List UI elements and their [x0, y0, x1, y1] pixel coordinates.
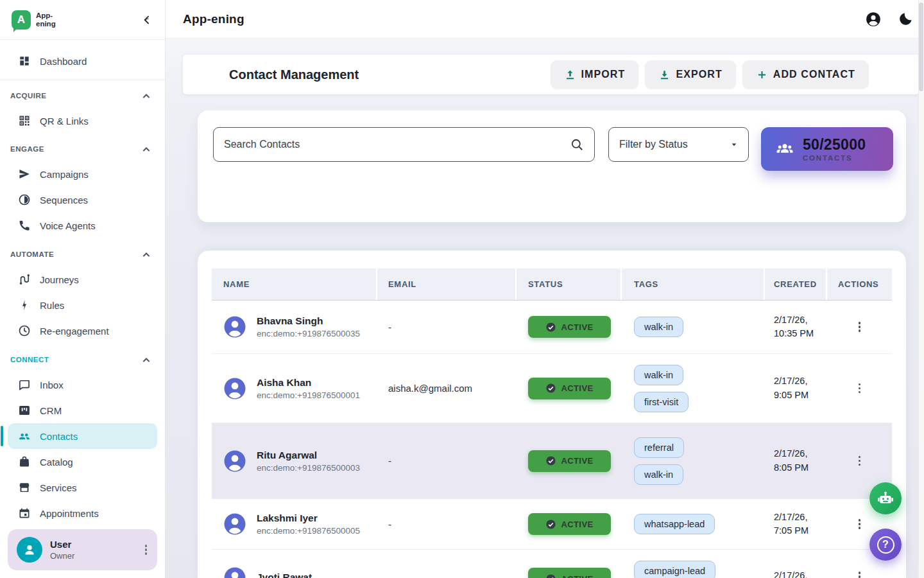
export-button[interactable]: EXPORT — [645, 60, 735, 89]
status-badge: ACTIVE — [528, 450, 611, 472]
sidebar-item-services[interactable]: Services — [0, 475, 165, 500]
contact-email: aisha.k@gmail.com — [377, 383, 517, 394]
sidebar-collapse-button[interactable] — [141, 13, 153, 26]
sidebar-item-campaigns[interactable]: Campaigns — [0, 161, 165, 187]
created-cell: 2/17/26,7:05 PM — [765, 511, 827, 538]
status-badge: ACTIVE — [528, 378, 611, 399]
section-acquire[interactable]: ACQUIRE — [0, 89, 165, 102]
sidebar-item-voice-agents[interactable]: Voice Agents — [0, 213, 165, 238]
sidebar-item-contacts[interactable]: Contacts — [8, 423, 157, 449]
page-header: Contact Management IMPORT EXPORT ADD CON… — [183, 55, 920, 94]
logo-text: App-ening — [36, 12, 56, 28]
column-header-name: NAME — [212, 268, 377, 300]
sidebar-item-label: Dashboard — [40, 56, 87, 67]
column-header-created: CREATED — [765, 268, 827, 300]
sidebar-item-crm[interactable]: CRM — [0, 398, 165, 423]
chat-icon — [18, 378, 31, 391]
table-row: Bhavna Singh enc:demo:+919876500035 - AC… — [212, 301, 892, 353]
user-menu-button[interactable] — [142, 542, 150, 557]
kanban-icon — [18, 404, 31, 417]
topbar-title: App-ening — [183, 12, 244, 26]
section-engage[interactable]: ENGAGE — [0, 143, 165, 155]
dashboard-icon — [18, 55, 31, 67]
avatar-icon — [223, 377, 246, 400]
chevron-up-icon — [142, 356, 151, 363]
check-circle-icon — [545, 322, 556, 333]
sidebar-item-dashboard[interactable]: Dashboard — [0, 48, 165, 74]
tag-chip: whatsapp-lead — [634, 514, 715, 534]
status-badge: ACTIVE — [528, 568, 611, 578]
download-icon — [658, 69, 671, 81]
contacts-count: 50/25000 — [803, 136, 866, 153]
table-row: Jyoti Rawat ACTIVE campaign-lead 2/17/26… — [212, 549, 892, 578]
tag-chip: walk-in — [634, 317, 683, 337]
column-header-status: STATUS — [517, 268, 622, 300]
import-button[interactable]: IMPORT — [551, 60, 639, 89]
status-filter-select[interactable]: Filter by Status — [608, 127, 749, 162]
sidebar-item-qr-links[interactable]: QR & Links — [0, 108, 165, 134]
qr-code-icon — [18, 114, 31, 127]
contact-phone: enc:demo:+919876500003 — [257, 463, 360, 473]
filter-panel: Filter by Status 50/25000 CONTACTS — [198, 110, 906, 222]
row-actions-button[interactable] — [856, 569, 864, 578]
app-root: A App-ening Dashboard ACQUIRE QR & Li — [0, 0, 924, 578]
contacts-caption: CONTACTS — [803, 154, 866, 162]
chatbot-fab[interactable] — [869, 482, 902, 514]
status-badge: ACTIVE — [528, 316, 611, 338]
bolt-icon — [18, 299, 31, 311]
search-input[interactable] — [224, 139, 570, 150]
sidebar-item-sequences[interactable]: Sequences — [0, 187, 165, 213]
tag-chip: walk-in — [634, 365, 683, 385]
sidebar-item-catalog[interactable]: Catalog — [0, 449, 165, 475]
main-area: App-ening Contact Management IMPORT EXPO… — [166, 0, 924, 578]
contact-name: Bhavna Singh — [257, 315, 360, 327]
section-connect[interactable]: CONNECT — [0, 353, 165, 366]
help-fab[interactable]: ? — [869, 529, 902, 561]
chevron-left-icon — [141, 13, 153, 26]
scrollbar-thumb[interactable] — [919, 3, 923, 91]
logo-mark: A — [12, 10, 31, 30]
contact-email: - — [377, 322, 517, 333]
upload-icon — [564, 69, 576, 81]
app-logo: A App-ening — [12, 10, 56, 30]
search-icon[interactable] — [570, 137, 584, 152]
created-cell: 2/17/26,9:05 PM — [765, 374, 827, 401]
row-actions-button[interactable] — [856, 381, 864, 396]
send-icon — [18, 168, 31, 180]
row-actions-button[interactable] — [856, 453, 864, 469]
add-contact-button[interactable]: ADD CONTACT — [742, 60, 869, 89]
row-actions-button[interactable] — [856, 516, 864, 532]
bag-icon — [18, 455, 31, 468]
scrollbar-track[interactable] — [918, 0, 924, 578]
contact-phone: enc:demo:+919876500001 — [257, 390, 360, 400]
sidebar: A App-ening Dashboard ACQUIRE QR & Li — [0, 0, 166, 578]
search-field — [213, 127, 595, 162]
sidebar-item-appointments[interactable]: Appointments — [0, 500, 165, 523]
user-role: Owner — [50, 551, 74, 561]
table-header-row: NAME EMAIL STATUS TAGS CREATED ACTIONS — [212, 268, 892, 301]
contact-phone: enc:demo:+919876500005 — [257, 526, 360, 536]
sidebar-item-rules[interactable]: Rules — [0, 292, 165, 318]
sidebar-nav: Dashboard ACQUIRE QR & Links ENGAGE Camp… — [0, 40, 165, 523]
user-card[interactable]: User Owner — [8, 529, 157, 570]
sidebar-divider — [0, 80, 165, 80]
dark-mode-icon[interactable] — [897, 11, 914, 28]
store-icon — [18, 481, 31, 494]
row-actions-button[interactable] — [856, 319, 864, 335]
half-circle-icon — [18, 193, 31, 206]
avatar-icon — [223, 566, 246, 578]
column-header-tags: TAGS — [622, 268, 765, 300]
page-title: Contact Management — [229, 67, 359, 82]
calendar-icon — [18, 507, 31, 520]
sidebar-item-inbox[interactable]: Inbox — [0, 372, 165, 398]
user-avatar — [17, 537, 42, 563]
help-icon: ? — [877, 536, 894, 554]
contact-name: Jyoti Rawat — [257, 572, 312, 578]
section-automate[interactable]: AUTOMATE — [0, 248, 165, 261]
chevron-down-icon — [729, 139, 739, 150]
sidebar-item-re-engagement[interactable]: Re-engagement — [0, 318, 165, 344]
sidebar-item-journeys[interactable]: Journeys — [0, 267, 165, 292]
tag-chip: first-visit — [634, 392, 689, 412]
column-header-email: EMAIL — [377, 268, 517, 300]
account-icon[interactable] — [865, 11, 882, 28]
